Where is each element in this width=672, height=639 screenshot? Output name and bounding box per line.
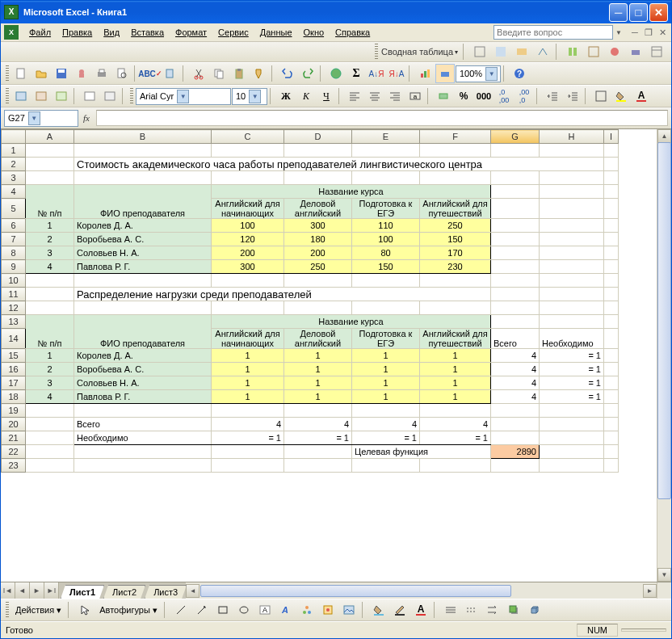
cell[interactable]: = 1 (540, 390, 604, 404)
permission-button[interactable] (72, 64, 91, 83)
row-header[interactable]: 3 (2, 171, 26, 185)
cell[interactable]: = 1 (284, 431, 352, 445)
arrow-style-button[interactable] (483, 600, 502, 620)
pivot-label[interactable]: Сводная таблица▾ (381, 47, 458, 57)
copy-button[interactable] (209, 64, 229, 83)
shadow-button[interactable] (504, 600, 523, 620)
arrow-button[interactable] (192, 600, 212, 620)
menu-view[interactable]: Вид (98, 26, 125, 39)
col-header[interactable]: D (284, 130, 352, 144)
pivot-btn-7[interactable] (605, 42, 624, 61)
fill-color-button[interactable] (369, 600, 388, 620)
new-button[interactable] (11, 64, 31, 83)
row-header[interactable]: 7 (2, 233, 26, 246)
cell[interactable]: Павлова Р. Г. (74, 390, 212, 404)
cell[interactable]: 1 (212, 376, 284, 390)
pivot-btn-6[interactable] (584, 42, 603, 61)
cell[interactable]: 4 (26, 260, 74, 274)
cell[interactable]: 300 (212, 260, 284, 274)
font-color-button[interactable]: A (411, 600, 430, 620)
research-button[interactable] (161, 64, 180, 83)
cell[interactable]: 1 (284, 390, 352, 404)
cell[interactable]: Воробьева А. С. (74, 233, 212, 246)
line-style-button[interactable] (441, 600, 460, 620)
cell[interactable]: 4 (491, 363, 540, 376)
cell[interactable]: 1 (212, 349, 284, 363)
chart-button[interactable] (415, 64, 435, 83)
cell[interactable]: 1 (352, 349, 420, 363)
cell[interactable]: 230 (420, 260, 491, 274)
menu-insert[interactable]: Вставка (125, 26, 170, 39)
ask-question-input[interactable] (494, 25, 613, 40)
row-header[interactable]: 4 (2, 185, 26, 199)
row-header[interactable]: 23 (2, 459, 26, 473)
scroll-up-button[interactable]: ▲ (657, 129, 671, 143)
cell[interactable]: = 1 (212, 431, 284, 445)
cell[interactable]: 120 (212, 233, 284, 246)
cell[interactable]: 1 (212, 363, 284, 376)
cell[interactable]: Соловьев Н. А. (74, 376, 212, 390)
percent-button[interactable]: % (454, 86, 473, 106)
row-header[interactable]: 11 (2, 288, 26, 301)
autoshapes-menu[interactable]: Автофигуры ▾ (96, 605, 161, 616)
fmt-btn-4[interactable] (80, 86, 99, 106)
pivot-btn-2[interactable] (491, 42, 510, 61)
tab-nav-prev[interactable]: ◄ (15, 582, 30, 599)
doc-minimize[interactable]: ─ (629, 27, 640, 38)
menu-format[interactable]: Формат (170, 26, 212, 39)
cell[interactable]: 4 (420, 418, 491, 431)
cell[interactable]: 1 (26, 349, 74, 363)
menu-edit[interactable]: Правка (57, 26, 98, 39)
col-header[interactable]: H (540, 130, 604, 144)
sort-asc-button[interactable]: А↓Я (367, 64, 386, 83)
cell[interactable]: 1 (284, 363, 352, 376)
fmt-btn-2[interactable] (32, 86, 51, 106)
align-center-button[interactable] (365, 86, 384, 106)
col-header[interactable]: A (26, 130, 74, 144)
pivot-btn-4[interactable] (533, 42, 552, 61)
select-all[interactable] (2, 130, 26, 144)
maximize-button[interactable]: □ (629, 3, 648, 22)
formula-input[interactable] (96, 110, 668, 126)
cell[interactable]: 1 (352, 390, 420, 404)
cell[interactable]: Королев Д. А. (74, 349, 212, 363)
line-button[interactable] (171, 600, 191, 620)
cell[interactable]: 170 (420, 246, 491, 260)
cell[interactable]: Всего (74, 418, 212, 431)
pivot-btn-1[interactable] (470, 42, 489, 61)
vertical-scrollbar[interactable]: ▲ ▼ (657, 129, 671, 582)
bold-button[interactable]: Ж (276, 86, 296, 106)
menu-tools[interactable]: Сервис (212, 26, 254, 39)
font-combo[interactable]: Arial Cyr▼ (136, 88, 231, 105)
cell[interactable]: 200 (212, 246, 284, 260)
pivot-btn-3[interactable] (512, 42, 531, 61)
dec-dec-button[interactable]: ,00,0 (514, 86, 534, 106)
scroll-thumb[interactable] (657, 142, 671, 499)
cell[interactable]: 200 (284, 246, 352, 260)
cell[interactable]: 1 (420, 363, 491, 376)
name-box[interactable]: G27▼ (4, 110, 78, 127)
row-header[interactable]: 21 (2, 431, 26, 445)
menu-window[interactable]: Окно (298, 26, 330, 39)
dec-indent-button[interactable] (543, 86, 562, 106)
diagram-button[interactable] (297, 600, 317, 620)
cell[interactable]: 1 (420, 390, 491, 404)
horizontal-scrollbar[interactable]: ◄ ► (186, 582, 657, 599)
cell[interactable]: = 1 (540, 349, 604, 363)
row-header[interactable]: 14 (2, 329, 26, 349)
cell[interactable]: Павлова Р. Г. (74, 260, 212, 274)
scroll-left-button[interactable]: ◄ (186, 584, 200, 598)
row-header[interactable]: 16 (2, 363, 26, 376)
cell[interactable]: 100 (212, 219, 284, 233)
pivot-btn-9[interactable] (647, 42, 666, 61)
3d-button[interactable] (525, 600, 544, 620)
comma-button[interactable]: 000 (474, 86, 494, 106)
col-header[interactable]: I (604, 130, 619, 144)
cut-button[interactable] (189, 64, 208, 83)
cell[interactable]: 300 (284, 219, 352, 233)
oval-button[interactable] (234, 600, 254, 620)
align-right-button[interactable] (385, 86, 405, 106)
redo-button[interactable] (298, 64, 317, 83)
cell[interactable]: 1 (284, 376, 352, 390)
cell[interactable]: 4 (491, 390, 540, 404)
